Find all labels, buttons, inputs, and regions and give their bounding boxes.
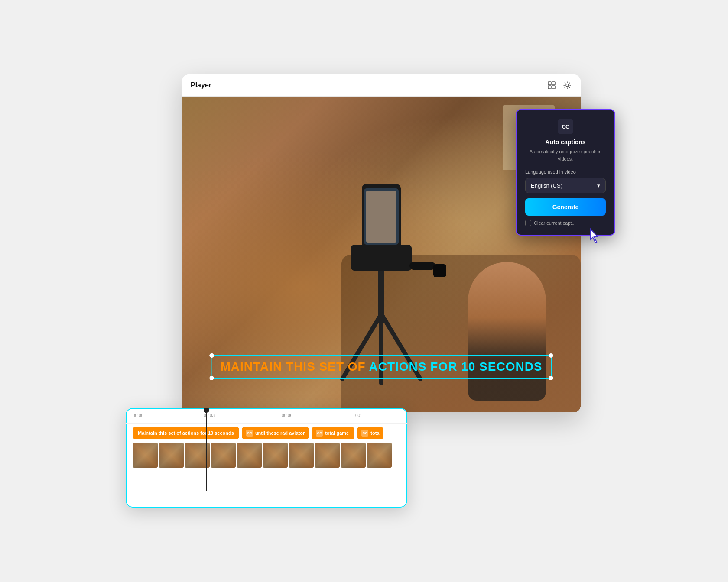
clip-text-2: total game·: [325, 430, 350, 436]
clip-text-1: until these rad aviator: [255, 430, 305, 436]
cc-icon-wrap: CC: [525, 119, 606, 134]
caption-text: MAINTAIN THIS SET OF ACTIONS FOR 10 SECO…: [220, 360, 542, 374]
corner-handle-bl[interactable]: [209, 376, 214, 380]
generate-button[interactable]: Generate: [525, 198, 606, 216]
svg-rect-1: [552, 82, 555, 85]
frame-5: [237, 443, 262, 468]
svg-point-4: [566, 84, 569, 87]
frame-6: [263, 443, 288, 468]
panel-title: Auto captions: [525, 139, 606, 146]
caption-overlay[interactable]: MAINTAIN THIS SET OF ACTIONS FOR 10 SECO…: [211, 355, 552, 379]
settings-icon[interactable]: [562, 81, 572, 90]
frame-9: [341, 443, 366, 468]
frame-4: [211, 443, 236, 468]
caption-clip-main[interactable]: Maintain this set of actions for 10 seco…: [133, 427, 239, 439]
time-0000: 00:00: [133, 413, 143, 418]
panel-description: Automatically recognize speech in videos…: [525, 148, 606, 162]
timeline-ruler: 00:00 00:03 00:06 00:: [126, 408, 407, 424]
corner-handle-br[interactable]: [549, 376, 553, 380]
svg-rect-3: [552, 86, 555, 89]
clear-caption-row: Clear current capt...: [525, 220, 606, 226]
time-0006: 00:06: [282, 413, 292, 418]
clear-caption-label: Clear current capt...: [534, 220, 576, 226]
svg-rect-7: [366, 191, 396, 242]
scene-container: Player: [126, 74, 602, 508]
clear-caption-checkbox[interactable]: [525, 220, 531, 226]
chevron-down-icon: ▾: [597, 182, 600, 189]
playhead-line: [206, 413, 207, 491]
cursor-icon: [588, 228, 601, 243]
corner-handle-tl[interactable]: [209, 353, 214, 358]
clip-cc-icon-2: CC: [316, 430, 323, 436]
frame-7: [289, 443, 314, 468]
frame-2: [159, 443, 184, 468]
caption-clip-3[interactable]: CC tota: [357, 427, 384, 439]
svg-rect-13: [410, 262, 436, 270]
auto-captions-panel: CC Auto captions Automatically recognize…: [516, 109, 615, 236]
svg-rect-2: [548, 86, 551, 89]
timeline-captions-row: Maintain this set of actions for 10 seco…: [126, 424, 407, 443]
timeline-panel: 00:00 00:03 00:06 00: Maintain this set …: [126, 408, 407, 508]
clip-text-3: tota: [370, 430, 379, 436]
language-select[interactable]: English (US) ▾: [525, 178, 606, 193]
caption-clip-1[interactable]: CC until these rad aviator: [242, 427, 309, 439]
clip-text-main: Maintain this set of actions for 10 seco…: [138, 430, 234, 436]
clip-cc-icon-1: CC: [246, 430, 253, 436]
svg-rect-0: [548, 82, 551, 85]
clip-cc-icon-3: CC: [361, 430, 368, 436]
caption-normal: ACTIONS FOR 10 SECONDS: [369, 360, 542, 373]
frame-1: [133, 443, 158, 468]
cc-icon: CC: [558, 119, 573, 134]
frame-10: [367, 443, 392, 468]
bg-person: [468, 262, 546, 401]
frame-8: [315, 443, 340, 468]
layout-icon[interactable]: [547, 81, 556, 90]
time-000x: 00:: [355, 413, 361, 418]
corner-handle-tr[interactable]: [549, 353, 553, 358]
caption-clip-2[interactable]: CC total game·: [312, 427, 354, 439]
svg-rect-8: [351, 245, 412, 271]
playhead-head: [204, 408, 209, 413]
player-titlebar: Player: [182, 74, 581, 97]
svg-rect-14: [433, 264, 446, 277]
titlebar-icons: [547, 81, 572, 90]
playhead[interactable]: [204, 408, 209, 491]
language-label: Language used in video: [525, 169, 606, 175]
language-value: English (US): [531, 182, 562, 189]
timeline-frames-row: [126, 443, 407, 468]
player-title: Player: [191, 81, 211, 89]
caption-highlight: MAINTAIN THIS SET OF: [220, 360, 365, 373]
